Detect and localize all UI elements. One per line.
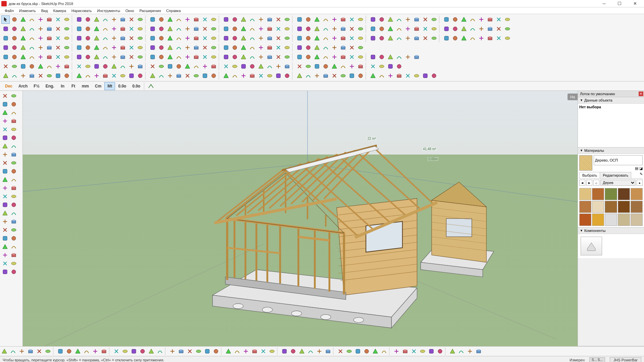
toolbar-button[interactable] bbox=[265, 53, 274, 61]
instructor-tab[interactable]: На bbox=[568, 94, 578, 100]
toolbar-button[interactable] bbox=[395, 62, 403, 71]
toolbar-button[interactable] bbox=[73, 347, 82, 356]
toolbar-button[interactable] bbox=[339, 15, 347, 24]
toolbar-button[interactable] bbox=[421, 34, 429, 43]
viewport[interactable]: На bbox=[23, 91, 578, 346]
toolbar-button[interactable] bbox=[110, 53, 118, 61]
toolbar-button[interactable] bbox=[283, 34, 291, 43]
toolbar-button[interactable] bbox=[209, 34, 218, 43]
toolbar-button[interactable] bbox=[257, 34, 265, 43]
toolbar-button[interactable] bbox=[45, 62, 53, 71]
toolbar-button[interactable] bbox=[157, 25, 165, 33]
left-toolbar-button[interactable] bbox=[9, 108, 18, 117]
toolbar-button[interactable] bbox=[26, 347, 35, 356]
toolbar-button[interactable] bbox=[283, 25, 291, 33]
toolbar-button[interactable] bbox=[347, 15, 356, 24]
toolbar-button[interactable] bbox=[451, 25, 459, 33]
toolbar-button[interactable] bbox=[62, 44, 71, 52]
menu-edit[interactable]: Изменить bbox=[16, 8, 39, 13]
toolbar-button[interactable] bbox=[274, 44, 282, 52]
toolbar-button[interactable] bbox=[183, 44, 192, 52]
toolbar-button[interactable] bbox=[468, 15, 477, 24]
toolbar-button[interactable] bbox=[265, 72, 274, 80]
toolbar-button[interactable] bbox=[371, 347, 379, 356]
toolbar-button[interactable] bbox=[92, 25, 101, 33]
toolbar-button[interactable] bbox=[127, 53, 136, 61]
toolbar-button[interactable] bbox=[347, 25, 356, 33]
toolbar-button[interactable] bbox=[494, 25, 503, 33]
left-toolbar-button[interactable] bbox=[1, 226, 9, 234]
unit-in[interactable]: In bbox=[57, 82, 68, 90]
left-toolbar-button[interactable] bbox=[9, 200, 18, 209]
left-toolbar-button[interactable] bbox=[1, 242, 9, 251]
left-toolbar-button[interactable] bbox=[9, 125, 18, 133]
toolbar-button[interactable] bbox=[166, 25, 174, 33]
toolbar-button[interactable] bbox=[313, 15, 321, 24]
toolbar-button[interactable] bbox=[345, 347, 353, 356]
toolbar-button[interactable] bbox=[174, 72, 183, 80]
toolbar-button[interactable] bbox=[91, 347, 99, 356]
toolbar-button[interactable] bbox=[339, 25, 347, 33]
toolbar-button[interactable] bbox=[386, 25, 394, 33]
toolbar-button[interactable] bbox=[503, 34, 512, 43]
toolbar-button[interactable] bbox=[259, 347, 267, 356]
toolbar-button[interactable] bbox=[136, 53, 144, 61]
toolbar-button[interactable] bbox=[377, 15, 386, 24]
unit-arch[interactable]: Arch bbox=[15, 82, 31, 90]
toolbar-button[interactable] bbox=[274, 62, 282, 71]
toolbar-button[interactable] bbox=[268, 347, 276, 356]
toolbar-button[interactable] bbox=[54, 34, 62, 43]
toolbar-button[interactable] bbox=[395, 53, 403, 61]
toolbar-button[interactable] bbox=[192, 34, 200, 43]
toolbar-button[interactable] bbox=[110, 44, 118, 52]
toolbar-button[interactable] bbox=[127, 62, 136, 71]
materials-tab-select[interactable]: Выбрать bbox=[579, 172, 600, 178]
left-toolbar-button[interactable] bbox=[9, 251, 18, 259]
toolbar-button[interactable] bbox=[248, 53, 256, 61]
toolbar-button[interactable] bbox=[283, 62, 291, 71]
toolbar-button[interactable] bbox=[62, 34, 71, 43]
toolbar-button[interactable] bbox=[233, 347, 241, 356]
toolbar-button[interactable] bbox=[404, 25, 412, 33]
toolbar-button[interactable] bbox=[330, 72, 338, 80]
toolbar-button[interactable] bbox=[239, 25, 248, 33]
toolbar-button[interactable] bbox=[274, 15, 282, 24]
toolbar-button[interactable] bbox=[362, 347, 371, 356]
left-toolbar-button[interactable] bbox=[9, 242, 18, 251]
toolbar-button[interactable] bbox=[377, 25, 386, 33]
toolbar-button[interactable] bbox=[110, 25, 118, 33]
toolbar-button[interactable] bbox=[313, 53, 321, 61]
toolbar-button[interactable] bbox=[347, 53, 356, 61]
toolbar-button[interactable] bbox=[45, 53, 53, 61]
toolbar-button[interactable] bbox=[494, 34, 503, 43]
unit-prec1[interactable]: 0.0o bbox=[115, 82, 129, 90]
toolbar-button[interactable] bbox=[404, 72, 412, 80]
unit-mm[interactable]: mm bbox=[79, 82, 92, 90]
toolbar-button[interactable] bbox=[304, 72, 312, 80]
material-swatch[interactable] bbox=[579, 201, 591, 213]
toolbar-button[interactable] bbox=[356, 15, 365, 24]
toolbar-button[interactable] bbox=[192, 44, 200, 52]
toolbar-button[interactable] bbox=[339, 72, 347, 80]
toolbar-button[interactable] bbox=[336, 347, 344, 356]
toolbar-button[interactable] bbox=[477, 15, 485, 24]
toolbar-button[interactable] bbox=[330, 15, 338, 24]
toolbar-button[interactable] bbox=[147, 347, 155, 356]
toolbar-button[interactable] bbox=[136, 25, 144, 33]
toolbar-button[interactable] bbox=[392, 347, 400, 356]
toolbar-button[interactable] bbox=[295, 44, 304, 52]
toolbar-button[interactable] bbox=[430, 15, 438, 24]
unit-mt[interactable]: Mt bbox=[104, 82, 115, 90]
toolbar-button[interactable] bbox=[356, 72, 365, 80]
toolbar-button[interactable] bbox=[201, 72, 209, 80]
toolbar-button[interactable] bbox=[36, 62, 45, 71]
toolbar-button[interactable] bbox=[486, 25, 494, 33]
toolbar-button[interactable] bbox=[369, 15, 377, 24]
toolbar-button[interactable] bbox=[222, 15, 230, 24]
unit-prec2[interactable]: 0.0o bbox=[129, 82, 143, 90]
toolbar-button[interactable] bbox=[339, 44, 347, 52]
close-button[interactable]: ✕ bbox=[627, 0, 643, 7]
toolbar-button[interactable] bbox=[460, 34, 468, 43]
toolbar-button[interactable] bbox=[304, 62, 312, 71]
toolbar-button[interactable] bbox=[257, 25, 265, 33]
